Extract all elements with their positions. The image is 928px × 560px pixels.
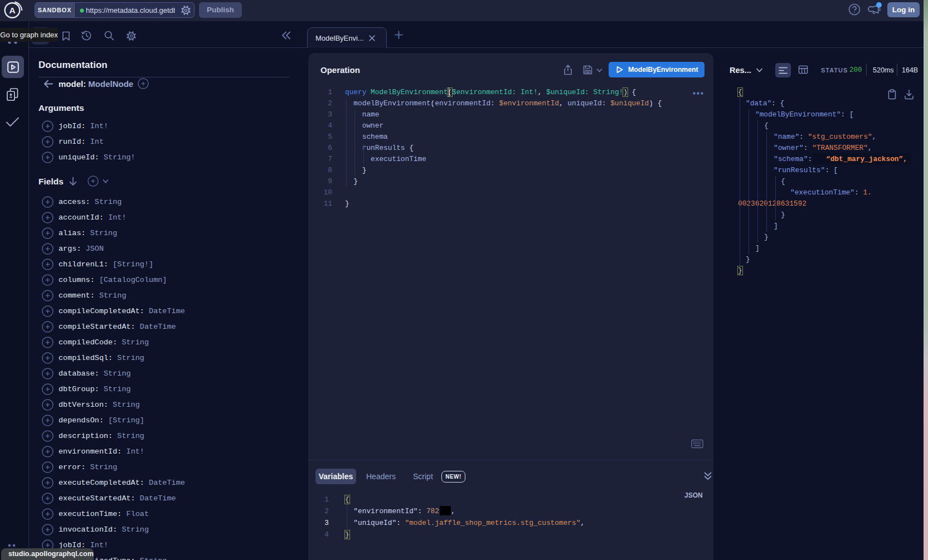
svg-text:A: A bbox=[9, 6, 15, 15]
